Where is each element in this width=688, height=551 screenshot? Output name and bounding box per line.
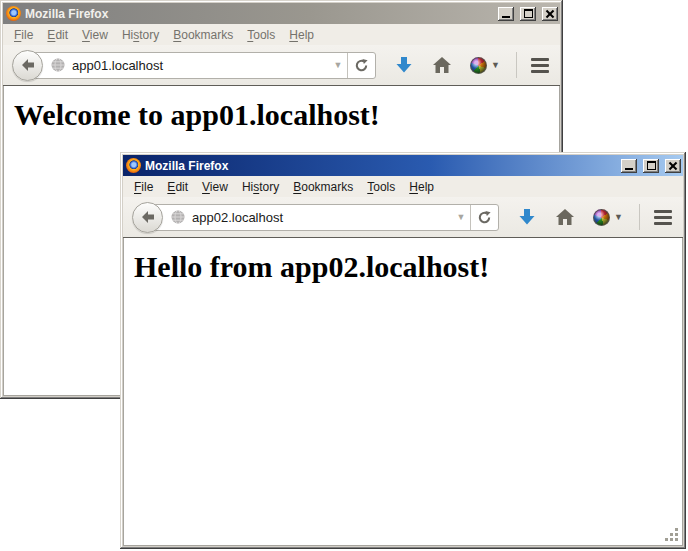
menu-history[interactable]: History [115,26,166,44]
url-bar[interactable]: app02.localhost ▼ [147,204,499,231]
reload-icon [354,58,369,73]
minimize-button[interactable] [498,7,514,21]
menu-tools[interactable]: Tools [240,26,282,44]
reload-button[interactable] [347,53,375,78]
window-title: Mozilla Firefox [145,159,615,173]
site-identity-globe-icon[interactable] [50,57,66,73]
back-arrow-icon [20,57,36,73]
firefox-icon [6,6,21,21]
site-identity-globe-icon[interactable] [170,209,186,225]
close-icon [668,161,678,171]
download-arrow-icon [394,55,414,75]
menu-edit[interactable]: Edit [160,178,195,196]
downloads-button[interactable] [394,55,414,75]
menu-file[interactable]: File [127,178,160,196]
menu-help[interactable]: Help [282,26,321,44]
close-button[interactable] [665,159,681,173]
url-bar[interactable]: app01.localhost ▼ [27,52,376,79]
menu-view[interactable]: View [195,178,235,196]
menu-bar: File Edit View History Bookmarks Tools H… [3,24,560,45]
desktop: Mozilla Firefox File Edit View History B… [0,0,688,551]
home-button[interactable] [555,208,575,226]
menu-view[interactable]: View [75,26,115,44]
menu-file[interactable]: File [7,26,40,44]
menu-bar: File Edit View History Bookmarks Tools H… [123,176,683,197]
maximize-button[interactable] [520,7,536,21]
menu-help[interactable]: Help [402,178,441,196]
url-input[interactable]: app02.localhost [192,210,452,225]
download-arrow-icon [517,207,537,227]
toolbar-separator [639,204,640,230]
menu-history[interactable]: History [235,178,286,196]
firefox-icon [126,158,141,173]
back-button[interactable] [12,50,43,81]
page-heading: Welcome to app01.localhost! [14,98,559,132]
hamburger-icon [654,210,672,213]
search-engine-caret-icon: ▼ [614,212,623,222]
menu-tools[interactable]: Tools [360,178,402,196]
window-title: Mozilla Firefox [25,7,492,21]
minimize-icon [502,16,510,18]
url-input[interactable]: app01.localhost [72,58,329,73]
page-content: Hello from app02.localhost! [123,238,683,546]
close-icon [545,9,555,19]
menu-button[interactable] [654,210,672,225]
navigation-toolbar: app02.localhost ▼ [123,197,683,238]
menu-button[interactable] [531,58,549,73]
url-dropdown-icon[interactable]: ▼ [329,60,347,70]
maximize-button[interactable] [643,159,659,173]
toolbar-separator [516,52,517,78]
titlebar[interactable]: Mozilla Firefox [123,155,683,176]
home-button[interactable] [432,56,452,74]
navigation-toolbar: app01.localhost ▼ [3,45,560,86]
home-icon [555,208,575,226]
search-engine-icon [593,209,610,226]
reload-button[interactable] [470,205,498,230]
menu-edit[interactable]: Edit [40,26,75,44]
back-button[interactable] [132,202,163,233]
titlebar[interactable]: Mozilla Firefox [3,3,560,24]
home-icon [432,56,452,74]
page-heading: Hello from app02.localhost! [134,250,682,284]
search-engine-caret-icon: ▼ [491,60,500,70]
url-dropdown-icon[interactable]: ▼ [452,212,470,222]
menu-bookmarks[interactable]: Bookmarks [286,178,360,196]
maximize-icon [647,161,656,170]
downloads-button[interactable] [517,207,537,227]
resize-grip[interactable] [675,538,678,541]
search-engine-button[interactable]: ▼ [593,209,623,226]
search-engine-button[interactable]: ▼ [470,57,500,74]
maximize-icon [524,9,533,18]
back-arrow-icon [140,209,156,225]
browser-window-app02: Mozilla Firefox File Edit View History B… [120,152,686,549]
minimize-button[interactable] [621,159,637,173]
hamburger-icon [531,58,549,61]
menu-bookmarks[interactable]: Bookmarks [166,26,240,44]
minimize-icon [625,168,633,170]
search-engine-icon [470,57,487,74]
reload-icon [477,210,492,225]
close-button[interactable] [542,7,558,21]
